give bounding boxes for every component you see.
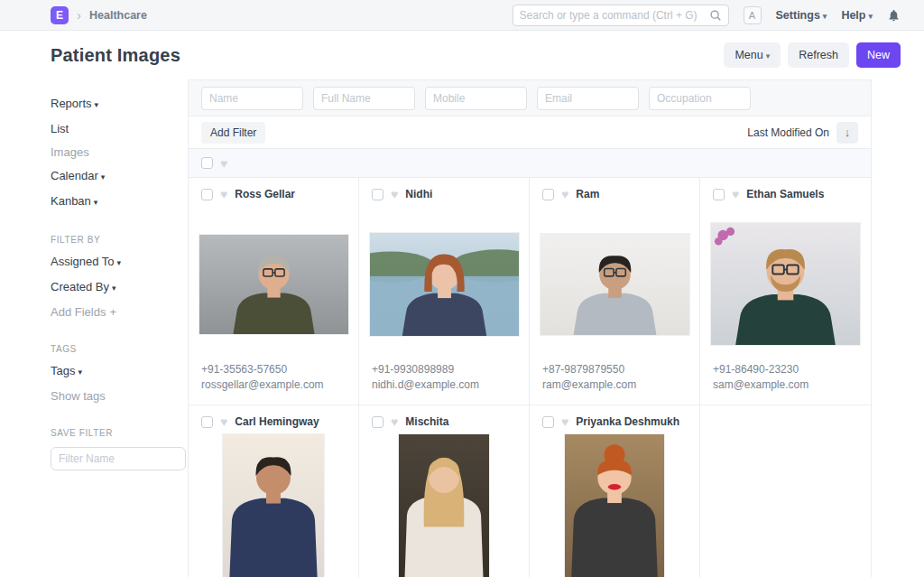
chevron-down-icon: ▾	[766, 51, 771, 60]
full-name-filter-input[interactable]	[313, 87, 415, 110]
select-all-checkbox[interactable]	[201, 157, 213, 169]
chevron-down-icon: ▾	[101, 172, 106, 181]
patient-name[interactable]: Priyanka Deshmukh	[576, 415, 679, 428]
quick-filter-row	[189, 80, 871, 116]
liked-filter-heart-icon[interactable]: ♥	[220, 157, 227, 170]
patient-name[interactable]: Nidhi	[405, 188, 432, 200]
search-input[interactable]	[520, 9, 709, 22]
select-checkbox[interactable]	[201, 189, 213, 200]
sidebar-item-kanban[interactable]: Kanban▾	[51, 193, 188, 210]
patient-email: ram@example.com	[542, 377, 687, 393]
chevron-down-icon: ▾	[95, 100, 99, 109]
sidebar-item-calendar[interactable]: Calendar▾	[51, 168, 188, 185]
show-tags-link[interactable]: Show tags	[51, 388, 188, 404]
select-checkbox[interactable]	[542, 416, 554, 428]
patient-phone: +87-9879879550	[542, 362, 687, 377]
patient-card: ♥ Ethan Samuels +91-86490-23230 sam@exam…	[700, 178, 871, 405]
card-grid-row-2: ♥ Carl Hemingway ♥ Mischita ♥ Priyanka D…	[189, 405, 871, 577]
sort-field-label[interactable]: Last Modified On	[747, 126, 829, 139]
top-navbar: E › Healthcare A Settings▾ Help▾	[0, 0, 924, 31]
filter-name-input[interactable]	[51, 447, 186, 470]
patient-name[interactable]: Ross Gellar	[235, 188, 295, 200]
patient-email: sam@example.com	[713, 377, 858, 393]
save-filter-label: SAVE FILTER	[51, 428, 188, 438]
patient-photo[interactable]	[564, 433, 665, 577]
patient-photo[interactable]	[199, 234, 349, 335]
search-icon	[709, 9, 722, 22]
chevron-down-icon: ▾	[868, 12, 873, 21]
help-menu[interactable]: Help▾	[841, 9, 873, 22]
app-logo[interactable]: E	[51, 6, 69, 24]
empty-grid-cell	[700, 405, 871, 577]
email-filter-input[interactable]	[537, 87, 639, 110]
select-checkbox[interactable]	[372, 189, 383, 200]
like-heart-icon[interactable]: ♥	[220, 188, 227, 200]
patient-phone: +91-9930898989	[372, 362, 516, 377]
menu-button[interactable]: Menu▾	[724, 42, 781, 68]
card-grid-row-1: ♥ Ross Gellar +91-35563-57650 rossgellar…	[189, 178, 871, 405]
user-avatar[interactable]: A	[744, 6, 762, 24]
patient-photo[interactable]	[710, 222, 861, 346]
select-checkbox[interactable]	[201, 416, 213, 428]
occupation-filter-input[interactable]	[649, 87, 751, 110]
filter-actions-row: Add Filter Last Modified On ↓	[189, 116, 871, 149]
global-search[interactable]	[513, 5, 729, 26]
chevron-down-icon: ▾	[94, 198, 98, 207]
patient-phone: +91-35563-57650	[201, 362, 346, 377]
patient-name[interactable]: Mischita	[405, 415, 448, 428]
assigned-to-filter[interactable]: Assigned To▾	[51, 254, 188, 271]
chevron-down-icon: ▾	[78, 368, 82, 377]
like-heart-icon[interactable]: ♥	[561, 415, 568, 428]
chevron-down-icon: ▾	[117, 258, 122, 267]
patient-card: ♥ Nidhi +91-9930898989 nidhi.d@example.c…	[359, 178, 530, 405]
like-heart-icon[interactable]: ♥	[220, 415, 227, 428]
filter-by-label: FILTER BY	[51, 235, 188, 245]
select-checkbox[interactable]	[713, 189, 725, 200]
select-checkbox[interactable]	[372, 416, 383, 428]
patient-photo[interactable]	[369, 232, 520, 337]
patient-photo[interactable]	[398, 433, 490, 577]
image-view-main: Add Filter Last Modified On ↓ ♥ ♥ Ross G…	[188, 79, 872, 577]
sidebar-item-reports[interactable]: Reports▾	[51, 96, 188, 113]
sidebar-item-images[interactable]: Images	[51, 144, 188, 160]
like-heart-icon[interactable]: ♥	[391, 188, 398, 200]
patient-card: ♥ Mischita	[359, 405, 530, 577]
refresh-button[interactable]: Refresh	[788, 42, 849, 68]
patient-card: ♥ Carl Hemingway	[189, 405, 359, 577]
chevron-down-icon: ▾	[823, 12, 827, 21]
settings-menu[interactable]: Settings▾	[776, 9, 827, 22]
notifications-bell-icon[interactable]	[887, 8, 901, 23]
patient-phone: +91-86490-23230	[713, 362, 858, 377]
add-fields-link[interactable]: Add Fields+	[51, 304, 188, 320]
patient-photo[interactable]	[222, 433, 325, 577]
created-by-filter[interactable]: Created By▾	[51, 279, 188, 296]
like-heart-icon[interactable]: ♥	[732, 188, 739, 200]
patient-name[interactable]: Carl Hemingway	[235, 415, 319, 428]
sidebar-item-list[interactable]: List	[51, 121, 188, 136]
list-sidebar: Reports▾ List Images Calendar▾ Kanban▾ F…	[0, 79, 188, 577]
select-checkbox[interactable]	[542, 189, 554, 200]
page-header: Patient Images Menu▾ Refresh New	[0, 31, 924, 79]
add-filter-button[interactable]: Add Filter	[201, 122, 265, 144]
patient-email: nidhi.d@example.com	[372, 377, 516, 393]
patient-photo[interactable]	[540, 233, 690, 336]
name-filter-input[interactable]	[201, 87, 303, 110]
new-button[interactable]: New	[856, 42, 901, 68]
like-heart-icon[interactable]: ♥	[561, 188, 568, 200]
patient-card: ♥ Priyanka Deshmukh	[530, 405, 700, 577]
page-title: Patient Images	[51, 45, 180, 66]
list-header-row: ♥	[189, 149, 871, 178]
sort-direction-button[interactable]: ↓	[836, 122, 858, 144]
chevron-down-icon: ▾	[112, 284, 116, 293]
like-heart-icon[interactable]: ♥	[391, 415, 398, 428]
tags-section-label: TAGS	[51, 344, 188, 354]
plus-icon: +	[109, 305, 116, 319]
breadcrumb-chevron-icon: ›	[77, 7, 81, 23]
tags-dropdown[interactable]: Tags▾	[51, 363, 188, 380]
patient-card: ♥ Ram +87-9879879550 ram@example.com	[530, 178, 700, 405]
breadcrumb[interactable]: Healthcare	[89, 9, 147, 22]
patient-name[interactable]: Ram	[576, 188, 599, 200]
patient-name[interactable]: Ethan Samuels	[746, 188, 824, 200]
patient-email: rossgellar@example.com	[201, 377, 346, 393]
mobile-filter-input[interactable]	[425, 87, 527, 110]
